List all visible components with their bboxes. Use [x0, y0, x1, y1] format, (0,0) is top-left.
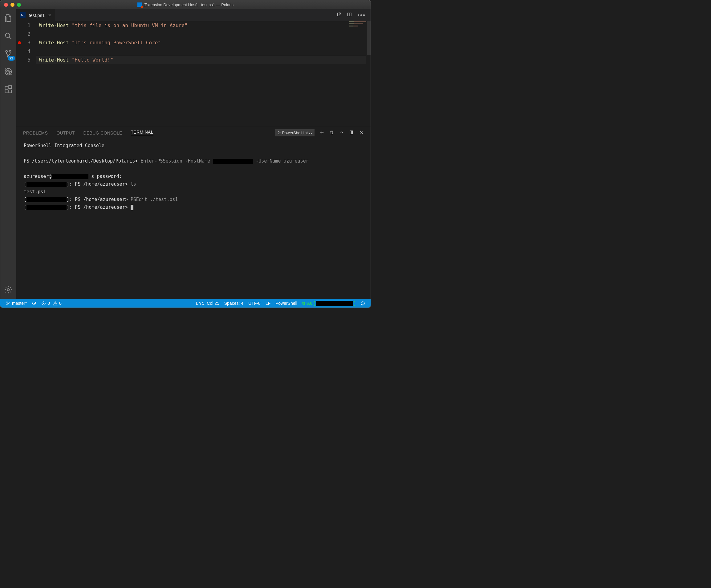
status-sync[interactable]: [29, 301, 39, 306]
diff-icon[interactable]: [337, 12, 341, 18]
status-cursor-pos[interactable]: Ln 5, Col 25: [193, 301, 222, 306]
editor-actions: •••: [337, 9, 371, 21]
terminal-selector[interactable]: 2: PowerShell Int▴▾: [275, 129, 315, 136]
redacted-host: [51, 174, 88, 179]
terminal-line: []: PS /home/azureuser>: [24, 203, 363, 211]
explorer-icon[interactable]: [3, 13, 13, 23]
source-control-icon[interactable]: 22: [3, 49, 13, 59]
terminal-heading: PowerShell Integrated Console: [24, 142, 363, 150]
editor-scrollbar[interactable]: [367, 21, 371, 55]
terminal-line: []: PS /home/azureuser> PSEdit ./test.ps…: [24, 196, 363, 203]
svg-point-16: [7, 301, 8, 302]
kill-terminal-icon[interactable]: [329, 130, 334, 136]
panel-up-icon[interactable]: [339, 130, 344, 136]
terminal-cursor: [131, 205, 133, 210]
panel-tab-debug-console[interactable]: DEBUG CONSOLE: [84, 131, 122, 135]
split-editor-icon[interactable]: [347, 12, 352, 18]
svg-point-22: [363, 302, 364, 303]
breakpoint-gutter[interactable]: [16, 21, 22, 126]
powershell-file-icon: >_: [20, 12, 26, 18]
terminal-line: azureuser@'s password:: [24, 173, 363, 180]
tab-label: test.ps1: [29, 13, 45, 18]
window-title: [Extension Development Host] - test.ps1 …: [0, 2, 371, 7]
panel-tab-bar: PROBLEMS OUTPUT DEBUG CONSOLE TERMINAL 2…: [18, 126, 369, 139]
svg-point-20: [361, 301, 364, 305]
svg-point-2: [9, 50, 11, 52]
mac-titlebar: [Extension Development Host] - test.ps1 …: [0, 0, 371, 9]
settings-icon[interactable]: [3, 285, 13, 295]
status-bar: master* 0 0 Ln 5, Col 25 Spaces: 4 UTF-8…: [0, 299, 371, 308]
status-indent[interactable]: Spaces: 4: [222, 301, 246, 306]
panel-layout-icon[interactable]: [349, 130, 354, 136]
redacted-host: [26, 205, 67, 210]
svg-point-0: [5, 33, 10, 38]
breakpoint-line-3[interactable]: [18, 41, 21, 44]
redacted-host: [316, 301, 353, 306]
status-warnings[interactable]: 0: [50, 301, 64, 306]
svg-rect-9: [8, 86, 12, 88]
svg-point-1: [5, 50, 7, 52]
minimap[interactable]: [349, 21, 367, 33]
status-eol[interactable]: LF: [263, 301, 273, 306]
svg-rect-6: [5, 87, 8, 89]
panel-tab-terminal[interactable]: TERMINAL: [131, 130, 153, 136]
window-title-text: [Extension Development Host] - test.ps1 …: [144, 2, 234, 7]
editor-tab-bar: >_ test.ps1 × •••: [16, 9, 371, 21]
status-feedback-icon[interactable]: [358, 301, 367, 306]
svg-point-17: [7, 304, 8, 305]
terminal-line: []: PS /home/azureuser> ls: [24, 180, 363, 188]
svg-point-21: [362, 302, 362, 303]
redacted-hostname: [213, 159, 253, 164]
activity-bar: 22: [0, 9, 16, 299]
panel-tab-output[interactable]: OUTPUT: [57, 131, 74, 135]
close-tab-icon[interactable]: ×: [48, 12, 51, 19]
svg-rect-11: [337, 13, 340, 16]
debug-icon[interactable]: [3, 67, 13, 77]
redacted-host: [26, 197, 67, 202]
redacted-host: [26, 182, 67, 187]
panel-tab-problems[interactable]: PROBLEMS: [23, 131, 48, 135]
bottom-panel: PROBLEMS OUTPUT DEBUG CONSOLE TERMINAL 2…: [16, 126, 371, 299]
status-language[interactable]: PowerShell: [273, 301, 300, 306]
terminal-line: test.ps1: [24, 188, 363, 196]
new-terminal-icon[interactable]: [320, 130, 324, 136]
tab-test-ps1[interactable]: >_ test.ps1 ×: [16, 9, 55, 21]
more-actions-icon[interactable]: •••: [357, 12, 366, 19]
svg-rect-8: [8, 90, 12, 93]
svg-rect-15: [351, 131, 353, 134]
search-icon[interactable]: [3, 31, 13, 41]
scm-badge: 22: [8, 56, 15, 61]
vscode-icon: [137, 2, 142, 7]
terminal-line: PS /Users/tylerleonhardt/Desktop/Polaris…: [24, 157, 363, 165]
extensions-icon[interactable]: [3, 85, 13, 94]
svg-rect-7: [5, 90, 8, 93]
svg-point-10: [7, 289, 9, 291]
close-panel-icon[interactable]: [359, 130, 364, 136]
line-number-gutter: 1 2 3 4 5: [22, 21, 36, 126]
code-editor[interactable]: 1 2 3 4 5 Write-Host "this file is on an…: [16, 21, 371, 126]
terminal-output[interactable]: PowerShell Integrated Console PS /Users/…: [18, 139, 369, 214]
status-branch[interactable]: master*: [3, 301, 29, 306]
status-encoding[interactable]: UTF-8: [246, 301, 263, 306]
code-content[interactable]: Write-Host "this file is on an Ubuntu VM…: [36, 21, 371, 126]
svg-point-18: [9, 302, 10, 303]
status-powershell-version[interactable]: ⧉ 6.0 []: [300, 301, 358, 306]
